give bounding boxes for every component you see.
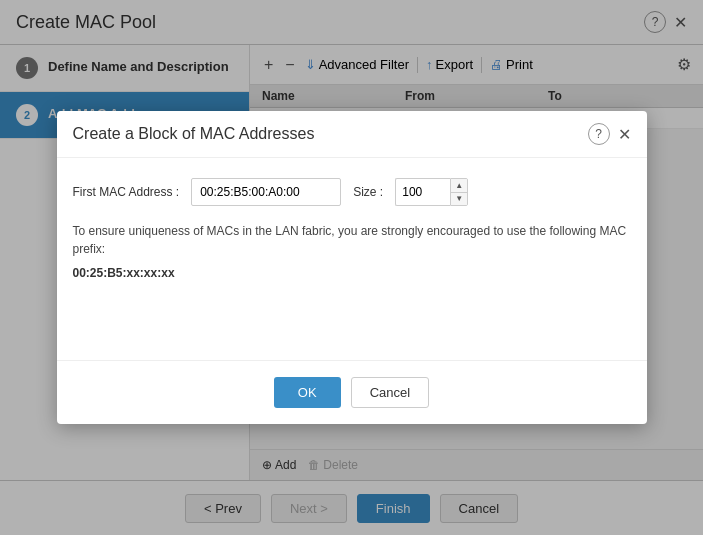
size-label: Size : [353,185,383,199]
mac-form-row: First MAC Address : Size : ▲ ▼ [73,178,631,206]
first-mac-input[interactable] [191,178,341,206]
modal-overlay: Create a Block of MAC Addresses ? ✕ Firs… [0,0,703,535]
size-spinner: ▲ ▼ [395,178,468,206]
modal-ok-button[interactable]: OK [274,377,341,408]
info-text: To ensure uniqueness of MACs in the LAN … [73,222,631,258]
first-mac-label: First MAC Address : [73,185,180,199]
modal-close-button[interactable]: ✕ [618,125,631,144]
modal-cancel-button[interactable]: Cancel [351,377,429,408]
modal-header: Create a Block of MAC Addresses ? ✕ [57,111,647,158]
modal-title: Create a Block of MAC Addresses [73,125,315,143]
spinner-arrows: ▲ ▼ [450,178,468,206]
spinner-up-button[interactable]: ▲ [451,179,467,193]
wizard-container: Create MAC Pool ? ✕ 1 Define Name and De… [0,0,703,535]
modal-dialog: Create a Block of MAC Addresses ? ✕ Firs… [57,111,647,424]
modal-body: First MAC Address : Size : ▲ ▼ To ensure… [57,158,647,300]
modal-help-button[interactable]: ? [588,123,610,145]
mac-prefix: 00:25:B5:xx:xx:xx [73,266,631,280]
modal-footer: OK Cancel [57,360,647,424]
size-input[interactable] [395,178,450,206]
spinner-down-button[interactable]: ▼ [451,193,467,206]
modal-header-actions: ? ✕ [588,123,631,145]
